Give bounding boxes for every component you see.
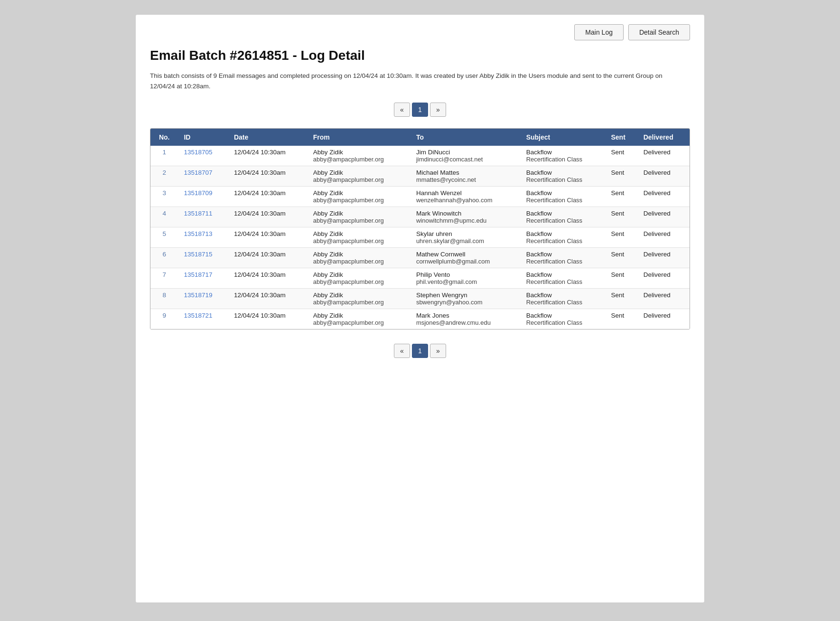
row-sent: Sent (605, 227, 637, 248)
row-from: Abby Zidik abby@ampacplumber.org (308, 187, 411, 207)
table-row: 1 13518705 12/04/24 10:30am Abby Zidik a… (150, 146, 690, 166)
row-delivered: Delivered (638, 227, 690, 248)
prev-page-button-bottom[interactable]: « (394, 344, 410, 358)
row-sent: Sent (605, 146, 637, 166)
row-delivered: Delivered (638, 248, 690, 268)
header-date: Date (228, 129, 308, 146)
current-page-button-top[interactable]: 1 (412, 103, 428, 117)
row-id[interactable]: 13518713 (178, 227, 228, 248)
row-id[interactable]: 13518705 (178, 146, 228, 166)
prev-page-button-top[interactable]: « (394, 103, 410, 117)
row-subject: Backflow Recertification Class (521, 207, 606, 227)
header-from: From (308, 129, 411, 146)
main-log-button[interactable]: Main Log (574, 24, 624, 40)
page-title: Email Batch #2614851 - Log Detail (150, 48, 690, 63)
row-subject: Backflow Recertification Class (521, 268, 606, 289)
current-page-button-bottom[interactable]: 1 (412, 344, 428, 358)
detail-search-button[interactable]: Detail Search (628, 24, 690, 40)
row-sent: Sent (605, 309, 637, 329)
page-container: Main Log Detail Search Email Batch #2614… (135, 14, 705, 603)
header-no: No. (150, 129, 178, 146)
row-delivered: Delivered (638, 289, 690, 309)
next-page-button-bottom[interactable]: » (430, 344, 446, 358)
row-id[interactable]: 13518709 (178, 187, 228, 207)
row-from: Abby Zidik abby@ampacplumber.org (308, 309, 411, 329)
row-from: Abby Zidik abby@ampacplumber.org (308, 268, 411, 289)
row-sent: Sent (605, 166, 637, 187)
row-subject: Backflow Recertification Class (521, 248, 606, 268)
header-to: To (411, 129, 521, 146)
row-sent: Sent (605, 248, 637, 268)
header-delivered: Delivered (638, 129, 690, 146)
row-from: Abby Zidik abby@ampacplumber.org (308, 207, 411, 227)
table-row: 4 13518711 12/04/24 10:30am Abby Zidik a… (150, 207, 690, 227)
next-page-button-top[interactable]: » (430, 103, 446, 117)
row-id[interactable]: 13518711 (178, 207, 228, 227)
row-to: Michael Mattes mmattes@rycoinc.net (411, 166, 521, 187)
table-row: 8 13518719 12/04/24 10:30am Abby Zidik a… (150, 289, 690, 309)
row-no: 8 (150, 289, 178, 309)
email-log-table: No. ID Date From To Subject Sent Deliver… (150, 129, 690, 329)
row-delivered: Delivered (638, 187, 690, 207)
row-subject: Backflow Recertification Class (521, 166, 606, 187)
row-to: Hannah Wenzel wenzelhannah@yahoo.com (411, 187, 521, 207)
row-date: 12/04/24 10:30am (228, 248, 308, 268)
top-pagination: « 1 » (150, 103, 690, 117)
row-to: Skylar uhren uhren.skylar@gmail.com (411, 227, 521, 248)
table-header-row: No. ID Date From To Subject Sent Deliver… (150, 129, 690, 146)
table-row: 9 13518721 12/04/24 10:30am Abby Zidik a… (150, 309, 690, 329)
row-to: Jim DiNucci jimdinucci@comcast.net (411, 146, 521, 166)
row-no: 5 (150, 227, 178, 248)
row-id[interactable]: 13518719 (178, 289, 228, 309)
row-delivered: Delivered (638, 146, 690, 166)
row-delivered: Delivered (638, 207, 690, 227)
row-from: Abby Zidik abby@ampacplumber.org (308, 166, 411, 187)
row-date: 12/04/24 10:30am (228, 207, 308, 227)
row-no: 6 (150, 248, 178, 268)
row-to: Mathew Cornwell cornwellplumb@gmail.com (411, 248, 521, 268)
row-subject: Backflow Recertification Class (521, 227, 606, 248)
row-to: Mark Winowitch winowitchmm@upmc.edu (411, 207, 521, 227)
row-subject: Backflow Recertification Class (521, 309, 606, 329)
row-to: Philip Vento phil.vento@gmail.com (411, 268, 521, 289)
row-subject: Backflow Recertification Class (521, 146, 606, 166)
row-no: 2 (150, 166, 178, 187)
row-from: Abby Zidik abby@ampacplumber.org (308, 289, 411, 309)
row-sent: Sent (605, 268, 637, 289)
row-date: 12/04/24 10:30am (228, 289, 308, 309)
row-delivered: Delivered (638, 268, 690, 289)
row-from: Abby Zidik abby@ampacplumber.org (308, 227, 411, 248)
row-sent: Sent (605, 207, 637, 227)
row-date: 12/04/24 10:30am (228, 187, 308, 207)
bottom-pagination: « 1 » (150, 344, 690, 358)
row-no: 4 (150, 207, 178, 227)
email-log-table-wrapper: No. ID Date From To Subject Sent Deliver… (150, 128, 690, 329)
row-delivered: Delivered (638, 309, 690, 329)
row-id[interactable]: 13518715 (178, 248, 228, 268)
row-no: 7 (150, 268, 178, 289)
row-id[interactable]: 13518721 (178, 309, 228, 329)
row-no: 3 (150, 187, 178, 207)
row-from: Abby Zidik abby@ampacplumber.org (308, 248, 411, 268)
header-sent: Sent (605, 129, 637, 146)
row-id[interactable]: 13518707 (178, 166, 228, 187)
row-sent: Sent (605, 289, 637, 309)
row-date: 12/04/24 10:30am (228, 227, 308, 248)
row-from: Abby Zidik abby@ampacplumber.org (308, 146, 411, 166)
row-sent: Sent (605, 187, 637, 207)
row-delivered: Delivered (638, 166, 690, 187)
batch-description: This batch consists of 9 Email messages … (150, 71, 672, 91)
table-row: 2 13518707 12/04/24 10:30am Abby Zidik a… (150, 166, 690, 187)
row-date: 12/04/24 10:30am (228, 268, 308, 289)
row-id[interactable]: 13518717 (178, 268, 228, 289)
table-row: 5 13518713 12/04/24 10:30am Abby Zidik a… (150, 227, 690, 248)
table-row: 6 13518715 12/04/24 10:30am Abby Zidik a… (150, 248, 690, 268)
row-date: 12/04/24 10:30am (228, 146, 308, 166)
row-no: 9 (150, 309, 178, 329)
row-subject: Backflow Recertification Class (521, 187, 606, 207)
row-to: Stephen Wengryn sbwengryn@yahoo.com (411, 289, 521, 309)
row-no: 1 (150, 146, 178, 166)
table-row: 3 13518709 12/04/24 10:30am Abby Zidik a… (150, 187, 690, 207)
table-row: 7 13518717 12/04/24 10:30am Abby Zidik a… (150, 268, 690, 289)
row-subject: Backflow Recertification Class (521, 289, 606, 309)
